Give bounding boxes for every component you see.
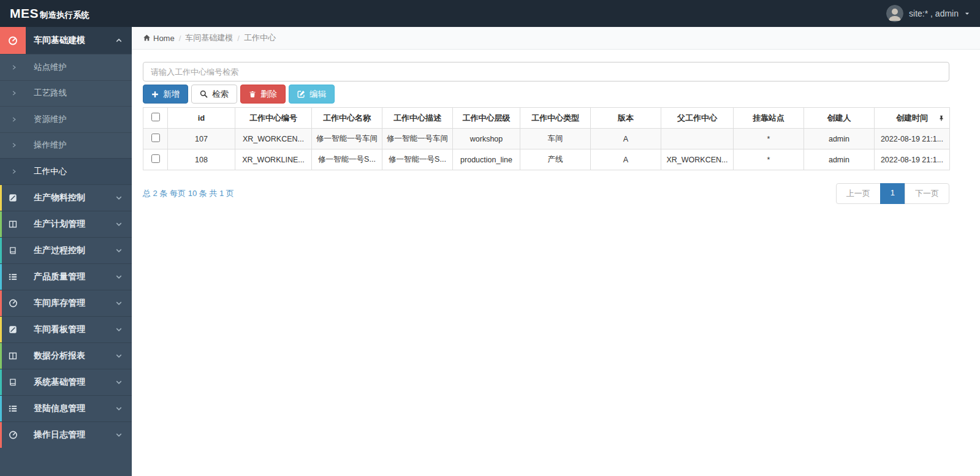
list-icon <box>0 273 26 281</box>
sidebar-item-data-reports[interactable]: 数据分析报表 <box>0 342 132 369</box>
row-checkbox[interactable] <box>151 134 160 142</box>
sidebar-item-inventory-management[interactable]: 车间库存管理 <box>0 290 132 316</box>
main-content: Home / 车间基础建模 / 工作中心 新增 检索 <box>132 27 980 476</box>
column-header-type: 工作中心类型 <box>520 108 591 129</box>
column-header-name: 工作中心名称 <box>312 108 382 129</box>
chevron-right-icon <box>11 116 17 123</box>
sidebar-item-system-management[interactable]: 系统基础管理 <box>0 369 132 395</box>
column-header-code: 工作中心编号 <box>235 108 312 129</box>
cell-station: * <box>734 129 804 149</box>
sidebar-item-label: 生产物料控制 <box>34 192 115 203</box>
sidebar-subitem-label: 站点维护 <box>34 62 67 73</box>
column-header-version: 版本 <box>591 108 661 129</box>
sidebar-subitem-label: 资源维护 <box>34 114 67 125</box>
next-page-button[interactable]: 下一页 <box>905 183 949 204</box>
pencil-square-icon <box>0 325 26 334</box>
sidebar-item-label: 产品质量管理 <box>34 271 115 282</box>
chevron-right-icon <box>11 168 17 175</box>
add-button[interactable]: 新增 <box>143 85 188 104</box>
edit-button-label: 编辑 <box>310 89 326 100</box>
cell-name: 修一智能一号S... <box>312 149 382 170</box>
delete-button-label: 删除 <box>260 89 277 100</box>
sidebar-item-label: 车间库存管理 <box>34 298 115 309</box>
edit-button[interactable]: 编辑 <box>289 85 335 104</box>
select-all-checkbox[interactable] <box>151 113 160 121</box>
sidebar-item-plan-management[interactable]: 生产计划管理 <box>0 211 132 237</box>
chevron-down-icon <box>115 194 123 202</box>
search-input[interactable] <box>143 62 949 81</box>
breadcrumb-home-link[interactable]: Home <box>143 34 175 43</box>
sidebar-item-label: 系统基础管理 <box>34 377 115 388</box>
cell-type: 产线 <box>520 149 591 170</box>
column-header-parent: 父工作中心 <box>661 108 734 129</box>
sidebar-item-workshop-modeling[interactable]: 车间基础建模 <box>0 27 132 54</box>
sidebar-item-process-control[interactable]: 生产过程控制 <box>0 237 132 263</box>
chevron-down-icon <box>115 247 123 254</box>
sidebar-item-label: 车间看板管理 <box>34 324 115 335</box>
accent-strip <box>0 211 2 237</box>
cell-description: 修一智能一号S... <box>382 149 453 170</box>
user-label: site:* , admin <box>909 9 959 18</box>
sidebar-subitem-site-maintenance[interactable]: 站点维护 <box>0 54 132 80</box>
cell-code: XR_WORKCEN... <box>235 129 312 149</box>
chevron-down-icon <box>115 273 123 281</box>
sidebar-submenu: 站点维护 工艺路线 资源维护 操作维护 工作中心 <box>0 54 132 184</box>
cell-type: 车间 <box>520 129 591 149</box>
tachometer-icon <box>0 430 26 439</box>
sidebar-item-kanban-management[interactable]: 车间看板管理 <box>0 316 132 342</box>
cell-code: XR_WORKLINE... <box>235 149 312 170</box>
row-checkbox[interactable] <box>151 154 160 163</box>
page-1-button[interactable]: 1 <box>880 183 905 204</box>
toolbar: 新增 检索 删除 编辑 <box>143 85 949 104</box>
sidebar-item-operation-logs[interactable]: 操作日志管理 <box>0 421 132 448</box>
chevron-down-icon <box>115 326 123 333</box>
app-logo[interactable]: MES 制造执行系统 <box>10 6 89 21</box>
add-button-label: 新增 <box>163 89 180 100</box>
cell-parent <box>661 129 734 149</box>
column-header-level: 工作中心层级 <box>453 108 520 129</box>
sidebar-subitem-label: 工作中心 <box>34 166 67 177</box>
sidebar-item-material-control[interactable]: 生产物料控制 <box>0 184 132 211</box>
breadcrumb-level2-link[interactable]: 车间基础建模 <box>185 32 233 43</box>
sidebar-subitem-process-route[interactable]: 工艺路线 <box>0 80 132 107</box>
cell-description: 修一智能一号车间 <box>382 129 453 149</box>
column-header-creator: 创建人 <box>804 108 875 129</box>
chevron-down-icon <box>115 405 123 412</box>
sidebar-subitem-operation-maintenance[interactable]: 操作维护 <box>0 132 132 159</box>
sidebar-item-quality-management[interactable]: 产品质量管理 <box>0 263 132 290</box>
pagination: 上一页 1 下一页 <box>836 183 949 204</box>
sidebar-item-label: 数据分析报表 <box>34 350 115 361</box>
sidebar-subitem-work-center[interactable]: 工作中心 <box>0 158 132 184</box>
sidebar-subitem-resource-maintenance[interactable]: 资源维护 <box>0 106 132 132</box>
sidebar-subitem-label: 操作维护 <box>34 140 67 151</box>
cell-created-time: 2022-08-19 21:1... <box>875 149 950 170</box>
table-row[interactable]: 108 XR_WORKLINE... 修一智能一号S... 修一智能一号S...… <box>143 149 950 170</box>
delete-button[interactable]: 删除 <box>240 85 286 104</box>
trash-icon <box>249 90 256 98</box>
chevron-right-icon <box>11 142 17 148</box>
cell-creator: admin <box>804 149 875 170</box>
search-button[interactable]: 检索 <box>191 85 237 104</box>
chevron-down-icon <box>115 379 123 386</box>
sidebar: 车间基础建模 站点维护 工艺路线 资源维护 <box>0 27 132 476</box>
row-checkbox-cell <box>143 149 168 170</box>
home-icon <box>143 34 151 42</box>
edit-icon <box>297 90 305 98</box>
cell-id: 107 <box>168 129 235 149</box>
chevron-up-icon <box>115 37 123 44</box>
chevron-right-icon <box>11 90 17 96</box>
tachometer-icon <box>0 298 26 308</box>
prev-page-button[interactable]: 上一页 <box>836 183 881 204</box>
accent-strip <box>0 264 2 290</box>
cell-parent: XR_WORKCEN... <box>661 149 734 170</box>
cell-creator: admin <box>804 129 875 149</box>
book-icon <box>0 246 26 255</box>
user-menu[interactable]: site:* , admin <box>886 5 970 22</box>
chevron-right-icon <box>11 64 17 70</box>
pin-column-icon[interactable] <box>938 115 944 122</box>
table-row[interactable]: 107 XR_WORKCEN... 修一智能一号车间 修一智能一号车间 work… <box>143 129 950 149</box>
column-header-created-time: 创建时间 <box>875 108 950 129</box>
sidebar-item-login-info[interactable]: 登陆信息管理 <box>0 395 132 421</box>
top-navbar: MES 制造执行系统 site:* , admin <box>0 0 980 27</box>
list-icon <box>0 404 26 413</box>
